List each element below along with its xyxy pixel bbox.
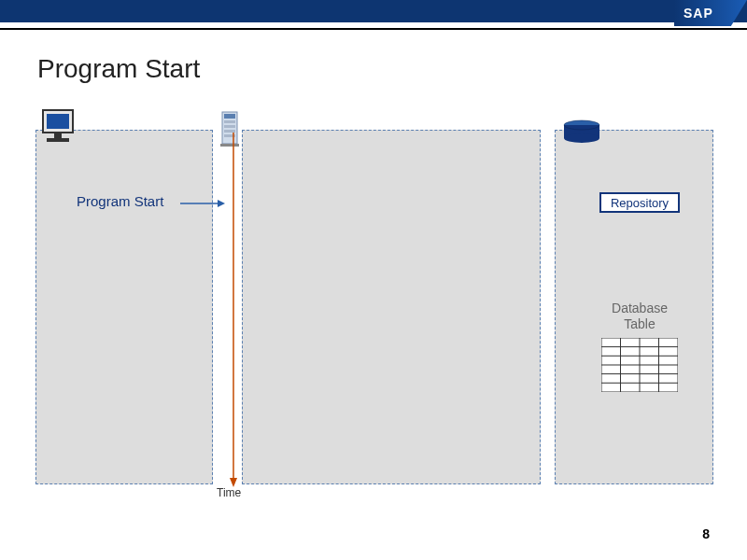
program-start-label: Program Start (77, 193, 163, 209)
time-label: Time (217, 486, 241, 499)
page-number: 8 (702, 526, 710, 541)
panel-client (35, 130, 213, 484)
database-cylinder-icon (562, 119, 601, 146)
svg-rect-2 (54, 133, 62, 138)
repository-box: Repository (599, 192, 680, 213)
time-axis (229, 133, 238, 487)
svg-rect-6 (224, 120, 235, 123)
database-table-label: Database Table (607, 301, 672, 332)
arrow-program-start (180, 199, 225, 208)
svg-rect-5 (224, 114, 235, 119)
database-table-grid (601, 338, 678, 392)
slide-title: Program Start (37, 54, 200, 84)
sap-logo-text: SAP (684, 6, 713, 21)
svg-point-13 (564, 133, 599, 143)
svg-rect-7 (224, 125, 235, 128)
database-table-label-text: Database Table (612, 301, 668, 331)
svg-rect-3 (47, 138, 69, 142)
computer-icon (39, 108, 80, 147)
svg-rect-1 (47, 114, 69, 129)
header-bar (0, 0, 747, 22)
divider-line (0, 28, 747, 30)
svg-marker-16 (218, 200, 225, 207)
panel-appserver (242, 130, 541, 484)
